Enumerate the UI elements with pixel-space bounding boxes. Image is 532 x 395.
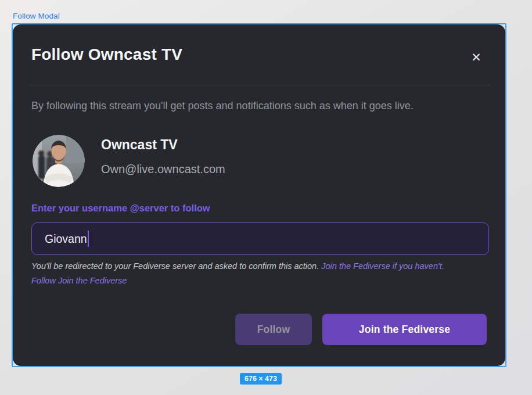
username-input[interactable]: Giovann [31, 222, 489, 255]
text-cursor [88, 231, 89, 247]
selection-outline: Follow Owncast TV ✕ By following this st… [12, 23, 506, 367]
join-fediverse-button[interactable]: Join the Fediverse [322, 314, 487, 345]
size-badge: 676 × 473 [240, 373, 282, 385]
disclaimer-text: You'll be redirected to your Fediverse s… [31, 261, 319, 271]
join-fediverse-link[interactable]: Join the Fediverse if you haven't. [321, 261, 444, 271]
disclaimer: You'll be redirected to your Fediverse s… [31, 259, 484, 288]
account-name: Owncast TV [101, 137, 178, 153]
follow-button[interactable]: Follow [235, 314, 312, 345]
follow-modal: Follow Owncast TV ✕ By following this st… [13, 24, 505, 366]
storybook-canvas: Follow Modal Follow Owncast TV ✕ By foll… [0, 0, 532, 395]
divider [30, 85, 490, 85]
component-label: Follow Modal [13, 12, 60, 20]
username-field-label: Enter your username @server to follow [31, 203, 210, 214]
username-input-value: Giovann [45, 232, 87, 246]
close-button[interactable]: ✕ [467, 48, 486, 66]
modal-description: By following this stream you'll get post… [31, 100, 484, 112]
account-handle: Own@live.owncast.com [101, 163, 225, 176]
follow-join-fediverse-link[interactable]: Follow Join the Fediverse [31, 274, 484, 288]
close-icon: ✕ [471, 51, 481, 63]
modal-title: Follow Owncast TV [31, 45, 182, 64]
avatar [33, 135, 85, 187]
